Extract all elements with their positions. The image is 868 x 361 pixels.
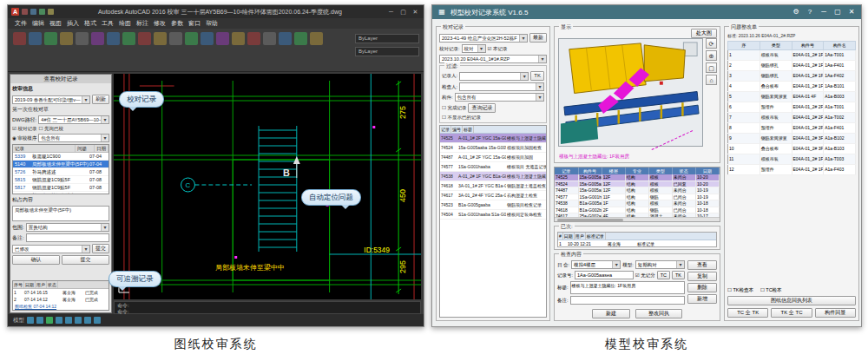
orbit-icon[interactable]: ⟳ — [706, 38, 717, 49]
component-scope-select[interactable]: 包含所有 — [455, 93, 544, 102]
record-row[interactable]: 5872补马腾钢筋混凝述中P07-12 — [13, 192, 108, 194]
enlarge-button[interactable]: 处大图 — [691, 29, 717, 38]
color-dropdown[interactable]: ByLayer — [355, 47, 419, 56]
menu-item[interactable]: 工具 — [102, 19, 114, 28]
ribbon-icon[interactable] — [201, 32, 214, 45]
record-row[interactable]: 74538A-01_2# 1F YGC B1a-G005aasea楼板与上混凝土… — [440, 172, 546, 181]
field1-select[interactable]: 模拟4楼层 — [571, 260, 621, 269]
column-header[interactable]: 构件名 — [824, 42, 856, 50]
model-viewport[interactable] — [558, 38, 703, 147]
column-header[interactable]: 日期 — [695, 167, 719, 174]
tk-button[interactable]: TK — [530, 71, 544, 81]
record-row[interactable]: 74504S1a-G001haaba S1a-G001aasea楼板间定装饰检查 — [440, 210, 546, 220]
ribbon-icon[interactable] — [122, 32, 135, 45]
ribbon-icon[interactable] — [247, 32, 260, 45]
drawing-info-button[interactable]: 图纸信息回执列表 — [727, 296, 856, 305]
no-score-checkbox[interactable]: ☑ 无记分 — [635, 272, 655, 279]
submit-button[interactable]: 提交 — [92, 244, 109, 253]
table-row[interactable]: 7452415a-G005aaba12F 结构模板已回复10-20 — [555, 180, 720, 187]
ribbon-icon[interactable] — [232, 32, 245, 45]
column-header[interactable]: 构件号 — [578, 167, 602, 174]
scope-radio[interactable]: ◉ 审校模序 — [12, 135, 36, 141]
status-icon[interactable] — [36, 317, 43, 324]
ribbon-icon[interactable] — [138, 32, 151, 45]
record-row[interactable]: 74525A-01_1# 2F YGC 15a-G005aabsa楼板与上混凝土… — [440, 134, 546, 143]
pan-icon[interactable]: ▢ — [706, 62, 717, 73]
mode-select[interactable]: 校对 — [462, 44, 486, 53]
copy-button[interactable]: 复制 — [687, 272, 717, 281]
project-select[interactable]: 2023-41-49 绘总产业化区2H-52栋F — [439, 34, 528, 43]
delete-button[interactable]: 删除 — [687, 283, 717, 292]
scope-select[interactable]: 包含所有 — [38, 134, 109, 142]
submit-button[interactable]: 提交 — [62, 255, 109, 265]
ribbon-icon[interactable] — [216, 32, 229, 45]
table-row[interactable]: 7452515a-G005aabsa12F 结构模板未闭合10-20 — [555, 174, 720, 180]
ribbon-icon[interactable] — [154, 32, 167, 45]
status-icon[interactable] — [84, 317, 91, 324]
tk-to-tc-button[interactable]: TK 全 TC — [771, 308, 812, 318]
close-icon[interactable]: ✕ — [411, 6, 420, 17]
ribbon-icon[interactable] — [107, 32, 120, 45]
record-row[interactable]: 5815钢筋混凝1C9贴5F07-08 — [13, 176, 108, 184]
ribbon-icon[interactable] — [310, 32, 323, 45]
component-row[interactable]: 4叠合板布 E04A-01_2# 1F1Aa-B101 — [728, 82, 856, 92]
maximize-icon[interactable]: ▢ — [398, 6, 408, 17]
layer-dropdown[interactable]: ByLayer — [355, 34, 419, 43]
component-row[interactable]: 6预埋件 E04A-01_2# 2FA1a-T001 — [728, 102, 856, 113]
checker-select[interactable] — [459, 82, 544, 91]
column-header[interactable]: 类型 — [648, 167, 672, 174]
record-row[interactable]: 746173A-01_2# 4F YGC 25a-G002aabsa石构混凝土检… — [440, 191, 546, 200]
record-row[interactable]: 5726补马腾述述07-08 — [13, 168, 108, 176]
help-icon[interactable]: ? — [805, 5, 815, 19]
record-row[interactable]: 74487A-01_1# 2F YGC 15a-G005aaba楼板项目加固 — [440, 153, 546, 162]
remark-input[interactable] — [570, 296, 685, 305]
home-view-icon[interactable]: ⌂ — [706, 75, 717, 85]
status-icon[interactable] — [65, 317, 72, 324]
column-header[interactable]: 楼层 — [602, 167, 625, 174]
table-row[interactable]: 74618B1a-G002bbbba2F 结构钢筋已闭合10-18 — [555, 207, 720, 213]
menu-item[interactable]: 插入 — [67, 19, 79, 28]
category-select[interactable]: 置换结构 — [26, 223, 109, 232]
component-row[interactable]: 9钢筋套筒灌浆 E04A-01_2# 3FA1a-B102 — [728, 134, 856, 144]
tc-to-tk-button[interactable]: TC 全 TK — [727, 308, 768, 318]
component-row[interactable]: 7模板吊装 E04A-01_2# 2FA1a-T002 — [728, 113, 856, 123]
dwg-path-select[interactable]: 4#住 三一十层AY5B69—10— — [38, 115, 109, 124]
component-row[interactable]: 11模板吊装 E04A-01_2# 1FA1a-T003 — [728, 154, 856, 165]
horizontal-scrollbar[interactable] — [555, 217, 720, 221]
recorder-select[interactable] — [459, 72, 529, 81]
menu-item[interactable]: 视图 — [49, 19, 62, 28]
history-row[interactable]: 207-14 14:12蒋全海已完成 — [13, 296, 108, 303]
new-button[interactable]: 新增 — [687, 294, 717, 304]
settings-icon[interactable]: ⚙ — [791, 5, 801, 19]
ribbon-icon[interactable] — [44, 32, 57, 45]
menu-item[interactable]: 参数 — [171, 19, 183, 28]
field2-select[interactable]: 短期构对 — [635, 260, 685, 269]
hide-records-checkbox[interactable]: ☐ 不显示已的记录 — [442, 115, 481, 121]
menu-item[interactable]: 修改 — [154, 19, 166, 28]
ribbon-icon[interactable] — [279, 32, 292, 45]
checked-checkbox[interactable]: ☐ 先询已校 — [38, 126, 62, 132]
ribbon-icon[interactable] — [294, 32, 307, 45]
column-header[interactable]: 类型 — [760, 42, 792, 50]
menu-item[interactable]: 绘图 — [119, 19, 131, 28]
component-row[interactable]: 12预埋件 E04A-01_2# 1FA1a-F403 — [728, 165, 856, 175]
view-button[interactable]: 查看 — [687, 260, 717, 270]
column-header[interactable]: 记录 — [555, 167, 578, 174]
column-header[interactable]: 构件号 — [792, 42, 824, 50]
record-checkbox[interactable]: ☑ 校对记录 — [12, 126, 36, 132]
zoom-icon[interactable]: ⊕ — [706, 50, 717, 61]
create-button[interactable]: 新建 — [592, 309, 630, 318]
record-row[interactable]: 745771Sa-G001haaba楼板项目 无遮盖记录 — [440, 162, 546, 172]
tk-check-checkbox[interactable]: ☐ TK检查本 — [727, 287, 753, 293]
history-row[interactable]: 110-20 12:21蒋全海标准记录 — [558, 240, 716, 247]
component-row[interactable]: 5钢筋套筒灌浆 E04A-01 4FA1a-B003 — [728, 92, 856, 102]
ribbon-icon[interactable] — [91, 32, 104, 45]
status-icon[interactable] — [75, 317, 82, 324]
menu-item[interactable]: 编辑 — [32, 19, 44, 28]
status-icon[interactable] — [56, 317, 62, 324]
ribbon-icon[interactable] — [60, 32, 73, 45]
menu-item[interactable]: 窗口 — [188, 19, 201, 28]
ribbon-icon[interactable] — [169, 32, 182, 45]
bim-model-canvas[interactable] — [559, 39, 702, 146]
status-icon[interactable] — [46, 317, 53, 324]
